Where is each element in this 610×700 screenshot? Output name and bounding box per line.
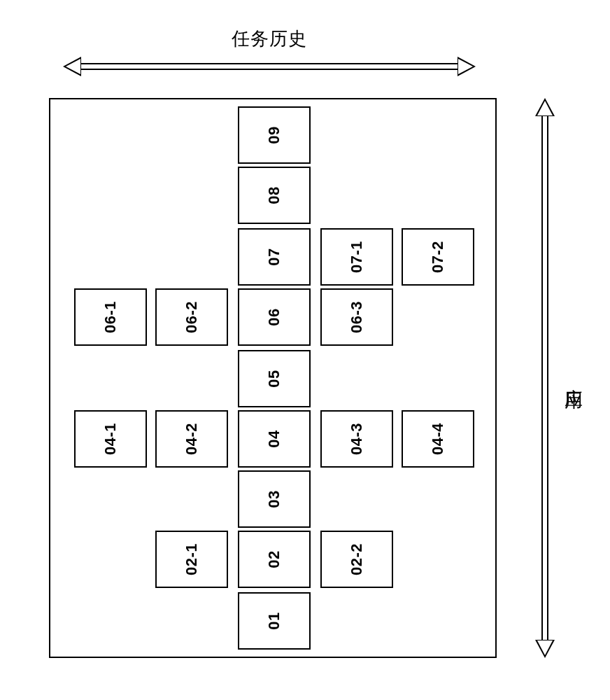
cell-02-2: 02-2	[320, 531, 393, 588]
cell-07-2: 07-2	[402, 228, 474, 286]
cell-07-1: 07-1	[320, 228, 393, 286]
cell-06-3: 06-3	[320, 288, 393, 346]
cell-04-4: 04-4	[402, 410, 474, 468]
cell-04-2: 04-2	[155, 410, 228, 468]
cell-02: 02	[238, 531, 311, 588]
vertical-axis-label: 应用	[562, 374, 586, 382]
diagram-frame: 09 08 07 07-1 07-2 06-1 06-2 06 06-3 05 …	[49, 98, 497, 658]
cell-04-1: 04-1	[74, 410, 147, 468]
cell-02-1: 02-1	[155, 531, 228, 588]
cell-03: 03	[238, 470, 311, 528]
double-arrow-vertical-icon	[535, 98, 555, 658]
cell-09: 09	[238, 106, 311, 164]
cell-07: 07	[238, 228, 311, 286]
horizontal-axis-label: 任务历史	[232, 27, 307, 51]
cell-06-1: 06-1	[74, 288, 147, 346]
double-arrow-horizontal-icon	[63, 57, 476, 76]
cell-08: 08	[238, 167, 311, 224]
cell-04: 04	[238, 410, 311, 468]
cell-04-3: 04-3	[320, 410, 393, 468]
cell-05: 05	[238, 350, 311, 407]
diagram-grid: 09 08 07 07-1 07-2 06-1 06-2 06 06-3 05 …	[50, 99, 495, 657]
cell-06-2: 06-2	[155, 288, 228, 346]
horizontal-axis: 任务历史	[63, 27, 476, 76]
cell-06: 06	[238, 288, 311, 346]
vertical-axis: 应用	[535, 98, 586, 658]
cell-01: 01	[238, 592, 311, 650]
